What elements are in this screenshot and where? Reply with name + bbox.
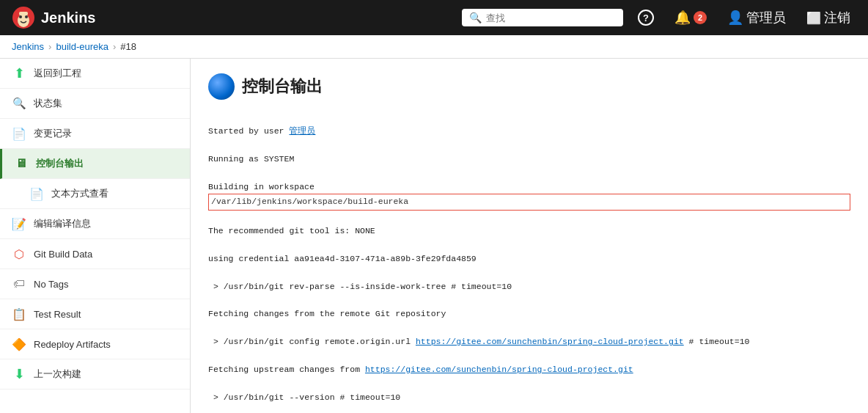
test-icon: 📋 [12,307,26,321]
help-button[interactable]: ? [632,7,660,29]
notifications-button[interactable]: 🔔 2 [669,7,713,29]
jenkins-logo-icon [12,6,35,29]
sidebar-item-status[interactable]: 🔍 状态集 [0,89,190,119]
git-url-1[interactable]: https://gitee.com/sunchenbin/spring-clou… [416,337,684,346]
breadcrumb-sep-1: › [48,41,51,52]
logout-icon: ⬜ [806,11,821,25]
layout: ⬆ 返回到工程 🔍 状态集 📄 变更记录 🖥 控制台输出 📄 文本方式查看 📝 … [0,59,868,413]
jenkins-logo: Jenkins [12,6,95,29]
line-rev-parse: > /usr/bin/git rev-parse --is-inside-wor… [208,280,850,293]
svg-point-1 [18,14,29,27]
sidebar-label-no-tags: No Tags [34,279,68,290]
sidebar-label-git-build-data: Git Build Data [34,249,92,260]
prev-icon: ⬇ [12,367,26,381]
breadcrumb-jenkins[interactable]: Jenkins [12,41,44,52]
line-building: Building in workspace /var/lib/jenkins/w… [208,180,850,211]
user-icon: 👤 [727,10,743,26]
sidebar-label-back-to-project: 返回到工程 [34,67,81,80]
search-box[interactable]: 🔍 [462,9,623,26]
breadcrumb-sep-2: › [113,41,116,52]
breadcrumb-build-number: #18 [120,41,136,52]
sidebar-label-prev-build: 上一次构建 [34,368,81,381]
page-title-globe-icon [208,73,235,100]
sidebar-label-edit-info: 编辑编译信息 [34,217,91,230]
breadcrumb-build-eureka[interactable]: build-eureka [56,41,108,52]
jenkins-title: Jenkins [41,10,95,26]
status-icon: 🔍 [12,96,26,111]
bell-icon: 🔔 [674,10,691,26]
search-icon: 🔍 [469,12,482,23]
redeploy-icon: 🔶 [12,337,26,351]
edit-icon: 📝 [12,216,26,231]
git-url-2[interactable]: https://gitee.com/sunchenbin/spring-clou… [365,365,633,374]
sidebar: ⬆ 返回到工程 🔍 状态集 📄 变更记录 🖥 控制台输出 📄 文本方式查看 📝 … [0,59,191,413]
line-credential: using credential aa91ea4d-3107-471a-a89b… [208,252,850,266]
sidebar-label-status: 状态集 [34,97,62,110]
search-input[interactable] [486,12,603,23]
sidebar-item-git-build-data[interactable]: ⬡ Git Build Data [0,239,190,269]
main-content: 控制台输出 Started by user 管理员 Running as SYS… [191,59,868,413]
changes-icon: 📄 [12,126,26,141]
help-icon: ? [638,10,654,26]
line-started-by: Started by user 管理员 [208,125,850,138]
sidebar-label-redeploy-artifacts: Redeploy Artifacts [34,339,111,350]
sidebar-label-test-result: Test Result [34,309,81,320]
workspace-path: /var/lib/jenkins/workspace/build-eureka [208,194,850,210]
sidebar-item-text-view[interactable]: 📄 文本方式查看 [0,179,190,209]
text-view-icon: 📄 [29,186,44,201]
sidebar-item-no-tags[interactable]: 🏷 No Tags [0,269,190,299]
sidebar-label-changes: 变更记录 [34,127,72,140]
line-running-as: Running as SYSTEM [208,153,850,166]
sidebar-item-test-result[interactable]: 📋 Test Result [0,299,190,329]
no-tags-icon: 🏷 [12,277,26,291]
svg-point-3 [25,15,28,18]
header: Jenkins 🔍 ? 🔔 2 👤 管理员 ⬜ 注销 [0,0,868,35]
line-fetching: Fetching changes from the remote Git rep… [208,307,850,321]
sidebar-item-back-to-project[interactable]: ⬆ 返回到工程 [0,59,190,89]
user-button[interactable]: 👤 管理员 [721,6,792,29]
user-link[interactable]: 管理员 [289,126,315,136]
sidebar-item-redeploy-artifacts[interactable]: 🔶 Redeploy Artifacts [0,329,190,359]
page-title: 控制台输出 [242,76,323,98]
git-icon: ⬡ [12,246,26,261]
console-icon: 🖥 [14,156,29,171]
user-label: 管理员 [746,9,786,26]
line-fetching-upstream: Fetching upstream changes from https://g… [208,363,850,376]
logout-button[interactable]: ⬜ 注销 [801,6,856,29]
notification-badge: 2 [694,11,707,24]
back-icon: ⬆ [12,66,26,81]
console-output-text: Started by user 管理员 Running as SYSTEM Bu… [208,112,850,413]
sidebar-item-changes[interactable]: 📄 变更记录 [0,119,190,149]
line-git-version: > /usr/bin/git --version # timeout=10 [208,391,850,404]
logout-label: 注销 [824,9,850,26]
sidebar-item-console-output[interactable]: 🖥 控制台输出 [0,149,190,179]
svg-point-2 [19,15,22,18]
svg-rect-4 [19,12,28,15]
sidebar-label-console-output: 控制台输出 [36,157,84,170]
line-git-tool: The recommended git tool is: NONE [208,224,850,238]
page-title-container: 控制台输出 [208,73,850,100]
sidebar-item-prev-build[interactable]: ⬇ 上一次构建 [0,359,190,390]
sidebar-item-edit-info[interactable]: 📝 编辑编译信息 [0,209,190,239]
sidebar-label-text-view: 文本方式查看 [51,187,108,200]
breadcrumb: Jenkins › build-eureka › #18 [0,35,868,59]
line-config-url: > /usr/bin/git config remote.origin.url … [208,335,850,348]
